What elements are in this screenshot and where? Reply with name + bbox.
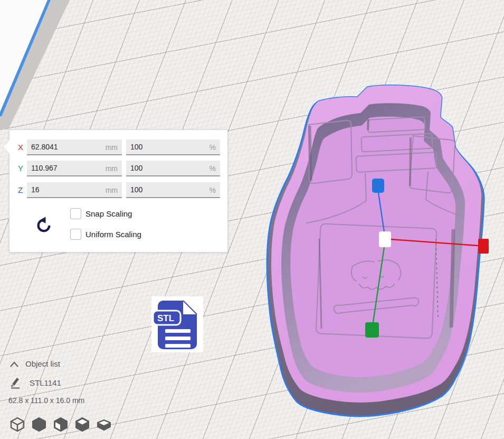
y-percent-input[interactable] [126, 161, 220, 174]
scale-tool-panel: X mm % Y mm % Z mm [9, 129, 228, 253]
scale-handle-x-red[interactable] [478, 239, 489, 254]
view-right-side-button[interactable] [96, 416, 112, 432]
cube-solid-icon [31, 416, 47, 432]
object-list-collapse-button[interactable] [9, 360, 19, 370]
z-axis-label: Z [18, 182, 26, 198]
reset-scale-button[interactable] [34, 216, 54, 236]
model-dimensions-readout: 62.8 x 111.0 x 16.0 mm [8, 396, 84, 405]
object-list-header[interactable]: Object list [25, 359, 60, 368]
mm-unit-label: mm [106, 143, 118, 152]
snap-scaling-label: Snap Scaling [85, 208, 132, 220]
stl-badge-label: STL [157, 313, 174, 323]
cube-flat-top-icon [96, 416, 112, 432]
pencil-edit-icon [9, 376, 21, 389]
scale-handle-y-green[interactable] [365, 322, 379, 338]
z-mm-field: mm [27, 182, 122, 198]
percent-unit-label: % [210, 186, 216, 194]
scale-row-y: Y mm % [18, 161, 219, 176]
y-percent-field: % [126, 161, 220, 176]
z-percent-input[interactable] [126, 182, 220, 196]
percent-unit-label: % [210, 164, 216, 173]
x-mm-field: mm [27, 139, 122, 155]
object-list-item-name[interactable]: STL1141 [30, 378, 61, 387]
uniform-scaling-label: Uniform Scaling [85, 229, 141, 240]
x-axis-label: X [18, 139, 26, 155]
cube-wireframe-icon [9, 416, 25, 432]
model-poison-bottle-mold[interactable] [256, 80, 491, 429]
rename-object-button[interactable] [9, 376, 21, 391]
uniform-scaling-checkbox[interactable] [70, 229, 81, 240]
viewport-3d[interactable]: STL X mm % Y mm % [0, 0, 504, 439]
view-front-button[interactable] [31, 416, 47, 432]
view-3d-button[interactable] [9, 416, 25, 432]
snap-scaling-checkbox[interactable] [70, 208, 81, 219]
z-percent-field: % [126, 182, 220, 198]
camera-view-toolbar [9, 416, 112, 432]
mm-unit-label: mm [106, 164, 118, 173]
panel-pointer-notch [3, 140, 9, 154]
y-mm-field: mm [27, 161, 122, 176]
scale-handle-center-white[interactable] [379, 231, 391, 247]
chevron-up-icon [9, 361, 19, 368]
view-top-button[interactable] [53, 416, 69, 432]
reset-rotate-ccw-icon [34, 216, 54, 236]
view-left-side-button[interactable] [74, 416, 90, 432]
percent-unit-label: % [210, 143, 216, 152]
scale-handle-z-blue[interactable] [372, 179, 384, 193]
mm-unit-label: mm [106, 186, 118, 194]
x-percent-field: % [126, 139, 220, 155]
cube-front-face-icon [53, 416, 69, 432]
scale-row-z: Z mm % [18, 182, 219, 198]
stl-file-icon: STL [151, 296, 203, 352]
scale-row-x: X mm % [18, 139, 219, 155]
x-percent-input[interactable] [126, 139, 220, 153]
cube-top-face-icon [74, 416, 90, 432]
y-axis-label: Y [18, 161, 26, 176]
